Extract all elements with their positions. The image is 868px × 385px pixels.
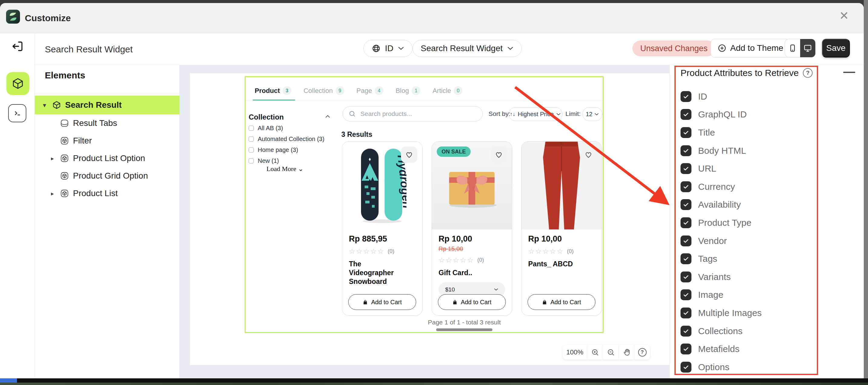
attribute-option[interactable]: Metafields [681,340,811,358]
filter-option[interactable]: All AB (3) [249,123,324,133]
search-input[interactable] [360,110,469,118]
product-search-box[interactable] [343,106,483,121]
check-icon [683,310,689,316]
widget-selector-value: Search Result Widget [421,43,503,53]
add-to-cart-button[interactable]: Add to Cart [528,294,595,310]
sort-by-label: Sort by: [489,110,510,118]
attribute-option[interactable]: Image [681,286,811,304]
collapse-chevron-icon[interactable] [324,113,332,121]
checkbox-checked[interactable] [681,91,691,102]
checkbox-unchecked[interactable] [249,158,254,163]
attribute-option[interactable]: Collections [681,322,811,340]
canvas-help-button[interactable]: ? [634,345,650,360]
product-card[interactable]: Rp 10,00 ☆☆☆☆☆ (0) Pants_ ABCD Add to Ca… [521,141,602,316]
filter-option[interactable]: New (1) [249,155,324,166]
wishlist-button[interactable] [401,147,417,163]
zoom-out-button[interactable] [603,345,618,360]
check-icon [683,184,689,190]
tree-item[interactable]: ▸ Product List [35,185,180,202]
checkbox-checked[interactable] [681,326,691,336]
collapse-panel-icon[interactable] [843,72,855,73]
filter-option[interactable]: Home page (3) [249,145,324,155]
checkbox-checked[interactable] [681,127,691,138]
checkbox-checked[interactable] [681,145,691,156]
checkbox-checked[interactable] [681,362,691,373]
tree-item[interactable]: Result Tabs [35,115,180,132]
filter-option[interactable]: Automated Collection (3) [249,133,324,145]
product-card[interactable]: Hydrogen Rp 885,95 ☆☆☆☆☆ (0) The Videogr… [342,141,423,316]
checkbox-unchecked[interactable] [249,136,254,142]
tree-expand-icon[interactable]: ▸ [49,190,56,197]
checkbox-checked[interactable] [681,181,691,192]
result-tab[interactable]: Article 0 [433,86,462,95]
product-card[interactable]: ON SALE Rp 10,00 Rp 15,00 ☆☆☆☆☆ (0) Gift… [432,141,512,316]
add-to-cart-button[interactable]: Add to Cart [438,294,506,310]
limit-dropdown[interactable]: 12 [582,107,602,121]
console-mode-button[interactable] [8,104,26,122]
checkbox-checked[interactable] [681,308,691,318]
attribute-option[interactable]: Multiple Images [681,304,811,322]
sort-dropdown[interactable]: ↑↓ Highest Price [508,107,562,121]
tree-item[interactable]: ▸ Product List Option [35,150,180,167]
id-selector-dropdown[interactable]: ID [364,40,412,57]
close-icon[interactable]: ✕ [837,9,851,22]
attribute-option[interactable]: Availability [681,196,811,214]
add-to-cart-button[interactable]: Add to Cart [348,294,416,310]
checkbox-checked[interactable] [681,271,691,282]
attribute-option[interactable]: Vendor [681,232,811,250]
device-preview-toggle[interactable] [785,39,816,58]
result-tab[interactable]: Collection 9 [304,86,344,95]
tree-item[interactable]: Product Grid Option [35,167,180,185]
elements-mode-button[interactable] [6,72,29,95]
attribute-option[interactable]: Tags [681,250,811,268]
result-tab[interactable]: Blog 1 [396,86,421,95]
result-tab[interactable]: Page 4 [356,86,383,95]
wishlist-button[interactable] [491,147,507,163]
help-icon[interactable]: ? [803,68,813,78]
elements-panel-title: Elements [45,70,85,81]
tree-expand-icon[interactable]: ▸ [49,155,56,162]
filter-option-label: All AB (3) [258,125,283,132]
checkbox-checked[interactable] [681,289,691,300]
load-more-link[interactable]: Load More ⌄ [249,165,321,173]
checkbox-unchecked[interactable] [249,126,254,131]
checkbox-checked[interactable] [681,199,691,210]
add-to-theme-button[interactable]: Add to Theme [711,39,790,58]
tree-item-label: Filter [73,136,92,146]
checkbox-checked[interactable] [681,217,691,228]
attribute-label: Metafields [698,344,740,354]
checkbox-checked[interactable] [681,344,691,354]
widget-selector-dropdown[interactable]: Search Result Widget [412,40,522,57]
pan-tool-button[interactable] [618,345,634,360]
checkbox-checked[interactable] [681,235,691,246]
tree-item[interactable]: Filter [35,132,180,150]
desktop-view-button[interactable] [800,39,815,57]
checkbox-checked[interactable] [681,253,691,264]
tree-expand-icon[interactable]: ▾ [41,102,48,109]
zoom-in-button[interactable] [587,345,603,360]
variant-value: $10 [445,286,455,293]
attribute-label: Title [698,127,715,138]
tree-item[interactable]: ▾ Search Result [35,96,180,115]
checkbox-checked[interactable] [681,109,691,120]
os-scrollbar[interactable] [864,0,868,378]
mobile-view-button[interactable] [785,39,800,57]
attribute-option[interactable]: Options [681,358,811,376]
result-tabs: Product 3 Collection 9 Page 4 Blog 1 Art… [255,86,474,95]
checkbox-unchecked[interactable] [249,148,254,153]
attribute-label: Tags [698,254,717,264]
wishlist-button[interactable] [580,147,597,163]
pagination-scrollbar[interactable] [436,328,492,331]
attribute-option[interactable]: Product Type [681,214,811,232]
attribute-option[interactable]: Currency [681,178,811,196]
save-button[interactable]: Save [822,39,850,58]
attribute-option[interactable]: URL [681,160,811,178]
attribute-option[interactable]: Body HTML [681,142,811,160]
attribute-option[interactable]: ID [681,88,811,106]
exit-icon[interactable] [11,40,24,53]
checkbox-checked[interactable] [681,163,691,174]
attribute-option[interactable]: GraphQL ID [681,106,811,124]
attribute-option[interactable]: Variants [681,268,811,286]
attribute-option[interactable]: Title [681,124,811,142]
result-tab[interactable]: Product 3 [255,86,291,95]
